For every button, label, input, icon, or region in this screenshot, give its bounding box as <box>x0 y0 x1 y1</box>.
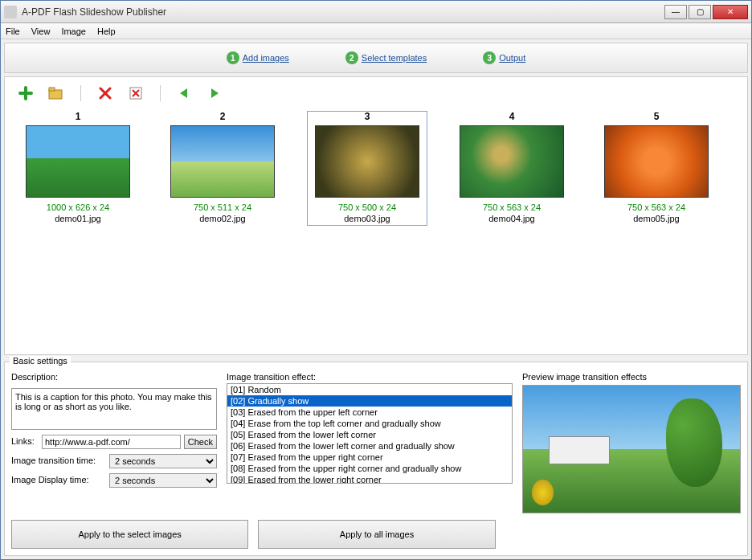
main-panel: 11000 x 626 x 24demo01.jpg2750 x 511 x 2… <box>4 76 748 355</box>
title-text: A-PDF Flash Slideshow Publisher <box>22 6 664 18</box>
effect-option[interactable]: [09] Erased from the lower right corner <box>227 474 512 484</box>
menubar: File View Image Help <box>1 23 751 39</box>
add-folder-icon[interactable] <box>48 85 64 101</box>
trans-time-select[interactable]: 2 seconds <box>109 454 217 468</box>
settings-left: Description: This is a caption for this … <box>11 372 217 513</box>
step-num-icon: 2 <box>345 51 358 64</box>
thumb-number: 1 <box>76 111 81 122</box>
thumbnail[interactable]: 3750 x 500 x 24demo03.jpg <box>307 111 427 226</box>
disp-time-label: Image Display time: <box>11 475 106 484</box>
menu-view[interactable]: View <box>31 27 51 36</box>
effect-option[interactable]: [04] Erase from the top left corner and … <box>227 418 512 429</box>
effect-option[interactable]: [01] Random <box>227 384 512 395</box>
separator <box>80 85 81 101</box>
svg-rect-1 <box>49 88 55 91</box>
trans-time-label: Image transition time: <box>11 456 106 465</box>
menu-image[interactable]: Image <box>61 27 86 36</box>
step-2[interactable]: 2Select templates <box>345 51 427 64</box>
step-label: Add images <box>243 53 289 63</box>
check-button[interactable]: Check <box>184 435 217 449</box>
effects-listbox[interactable]: [01] Random[02] Gradually show[03] Erase… <box>227 383 513 484</box>
close-button[interactable]: ✕ <box>713 5 748 19</box>
thumb-dimensions: 750 x 563 x 24 <box>483 202 541 212</box>
settings-title: Basic settings <box>10 356 71 366</box>
thumb-image[interactable] <box>460 125 564 198</box>
delete-icon[interactable] <box>97 85 113 101</box>
thumb-number: 3 <box>365 111 370 122</box>
thumb-filename: demo01.jpg <box>55 214 101 223</box>
thumbnail[interactable]: 2750 x 511 x 24demo02.jpg <box>162 111 283 223</box>
step-num-icon: 1 <box>227 51 239 64</box>
menu-file[interactable]: File <box>6 27 20 36</box>
thumb-dimensions: 750 x 511 x 24 <box>194 202 251 212</box>
step-label: Select templates <box>362 53 427 63</box>
step-1[interactable]: 1Add images <box>227 51 289 64</box>
app-icon <box>4 6 17 18</box>
effect-option[interactable]: [03] Erased from the upper left corner <box>227 407 512 418</box>
delete-all-icon[interactable] <box>128 85 144 101</box>
effect-label: Image transition effect: <box>227 372 513 382</box>
thumb-dimensions: 750 x 563 x 24 <box>627 202 685 212</box>
thumb-image[interactable] <box>170 125 275 198</box>
step-num-icon: 3 <box>483 51 496 64</box>
thumb-filename: demo05.jpg <box>633 214 680 223</box>
step-label: Output <box>499 53 525 63</box>
prev-icon[interactable] <box>177 85 193 101</box>
titlebar: A-PDF Flash Slideshow Publisher — ▢ ✕ <box>1 1 751 23</box>
minimize-button[interactable]: — <box>664 5 687 19</box>
links-input[interactable] <box>42 435 181 449</box>
window-controls: — ▢ ✕ <box>664 5 748 19</box>
apply-select-button[interactable]: Apply to the select images <box>11 520 248 549</box>
add-image-icon[interactable] <box>18 85 34 101</box>
menu-help[interactable]: Help <box>97 27 116 36</box>
preview-pane <box>522 385 741 513</box>
thumb-filename: demo03.jpg <box>344 214 390 223</box>
thumb-number: 5 <box>654 111 660 122</box>
preview-label: Preview image transition effects <box>522 372 741 382</box>
thumb-number: 4 <box>509 111 515 122</box>
thumb-dimensions: 750 x 500 x 24 <box>338 202 396 212</box>
separator <box>160 85 161 101</box>
effect-option[interactable]: [02] Gradually show <box>227 395 512 407</box>
thumb-dimensions: 1000 x 626 x 24 <box>47 202 109 212</box>
toolbar <box>11 84 741 108</box>
thumbnails-panel: 11000 x 626 x 24demo01.jpg2750 x 511 x 2… <box>11 108 741 348</box>
svg-rect-0 <box>49 90 62 99</box>
stepbar: 1Add images2Select templates3Output <box>4 43 748 73</box>
description-input[interactable]: This is a caption for this photo. You ma… <box>11 388 217 430</box>
thumbnail[interactable]: 5750 x 563 x 24demo05.jpg <box>596 111 717 223</box>
settings-mid: Image transition effect: [01] Random[02]… <box>227 372 513 513</box>
disp-time-select[interactable]: 2 seconds <box>109 473 217 488</box>
app-window: A-PDF Flash Slideshow Publisher — ▢ ✕ Fi… <box>0 0 752 560</box>
effect-option[interactable]: [08] Erased from the upper right corner … <box>227 463 512 474</box>
effect-option[interactable]: [07] Erased from the upper right corner <box>227 452 512 463</box>
thumbnail[interactable]: 4750 x 563 x 24demo04.jpg <box>452 111 572 223</box>
step-3[interactable]: 3Output <box>483 51 525 64</box>
thumb-number: 2 <box>220 111 226 122</box>
thumb-image[interactable] <box>26 125 130 198</box>
apply-all-button[interactable]: Apply to all images <box>258 520 495 549</box>
desc-label: Description: <box>11 372 217 382</box>
thumb-image[interactable] <box>604 125 709 198</box>
basic-settings: Basic settings Description: This is a ca… <box>4 362 748 556</box>
links-label: Links: <box>11 436 39 446</box>
thumbnail[interactable]: 11000 x 626 x 24demo01.jpg <box>18 111 138 223</box>
thumb-filename: demo04.jpg <box>488 214 535 223</box>
effect-option[interactable]: [06] Erased from the lower left corner a… <box>227 440 512 452</box>
settings-right: Preview image transition effects <box>522 372 741 513</box>
maximize-button[interactable]: ▢ <box>689 5 711 19</box>
thumb-filename: demo02.jpg <box>199 214 246 223</box>
thumb-image[interactable] <box>315 125 419 198</box>
effect-option[interactable]: [05] Erased from the lower left corner <box>227 429 512 440</box>
next-icon[interactable] <box>207 85 223 101</box>
